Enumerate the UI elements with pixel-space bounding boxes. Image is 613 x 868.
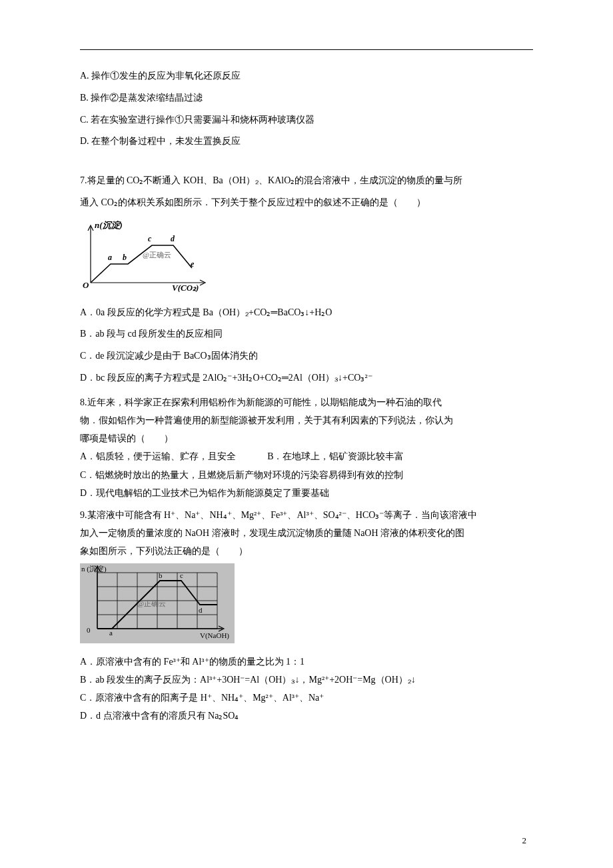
svg-text:d: d	[199, 606, 203, 614]
q8-options-ab: A．铝质轻，便于运输、贮存，且安全 B．在地球上，铝矿资源比较丰富	[80, 448, 533, 465]
svg-text:a: a	[109, 629, 113, 637]
q6-option-a: A. 操作①发生的反应为非氧化还原反应	[80, 66, 533, 87]
svg-text:0: 0	[87, 626, 91, 634]
q9-fig-watermark: @正确云	[137, 599, 166, 607]
svg-text:b: b	[159, 571, 163, 579]
svg-text:O: O	[83, 280, 89, 290]
q8-option-b: B．在地球上，铝矿资源比较丰富	[267, 451, 404, 461]
svg-text:c: c	[148, 234, 152, 243]
q9-figure: 0 a b c d n (沉淀) V(NaOH) @正确云	[80, 563, 235, 643]
q8-option-c: C．铝燃烧时放出的热量大，且燃烧后新产物对环境的污染容易得到有效的控制	[80, 467, 533, 483]
q9-stem-line2: 加入一定物质的量浓度的 NaOH 溶液时，发现生成沉淀物质的量随 NaOH 溶液…	[80, 525, 533, 541]
q8-stem-line2: 物．假如铝作为一种普遍使用的新型能源被开发利用，关于其有利因素的下列说法，你认为	[80, 412, 533, 429]
q9-option-d: D．d 点溶液中含有的溶质只有 Na₂SO₄	[80, 707, 533, 724]
q9-stem-line1: 9.某溶液中可能含有 H⁺、Na⁺、NH₄⁺、Mg²⁺、Fe³⁺、Al³⁺、SO…	[80, 507, 533, 523]
q7-option-c: C．de 段沉淀减少是由于 BaCO₃固体消失的	[80, 346, 533, 367]
q6-option-d: D. 在整个制备过程中，未发生置换反应	[80, 131, 533, 152]
svg-text:a: a	[108, 253, 112, 262]
q6-option-c: C. 若在实验室进行操作①只需要漏斗和烧杯两种玻璃仪器	[80, 110, 533, 131]
q9-option-a: A．原溶液中含有的 Fe³⁺和 Al³⁺的物质的量之比为 1：1	[80, 653, 533, 670]
q8-option-d: D．现代电解铝的工业技术已为铝作为新能源奠定了重要基础	[80, 485, 533, 501]
q7-fig-watermark: @正确云	[143, 251, 171, 259]
svg-text:c: c	[180, 571, 183, 579]
q7-option-a: A．0a 段反应的化学方程式是 Ba（OH）₂+CO₂═BaCO₃↓+H₂O	[80, 303, 533, 323]
q7-fig-xlabel: V(CO₂)	[172, 283, 199, 292]
q9-fig-xlabel: V(NaOH)	[200, 631, 229, 640]
q8-option-a: A．铝质轻，便于运输、贮存，且安全	[80, 451, 236, 461]
top-rule	[80, 49, 533, 50]
svg-text:b: b	[123, 253, 127, 262]
q7-stem-line2: 通入 CO₂的体积关系如图所示．下列关于整个反应过程中的叙述不正确的是（ ）	[80, 193, 533, 213]
q9-stem-line3: 象如图所示，下列说法正确的是（ ）	[80, 543, 533, 559]
svg-text:e: e	[191, 259, 195, 269]
q8-stem-line1: 8.近年来，科学家正在探索利用铝粉作为新能源的可能性，以期铝能成为一种石油的取代	[80, 394, 533, 411]
q9-option-b: B．ab 段发生的离子反应为：Al³⁺+3OH⁻=Al（OH）₃↓，Mg²⁺+2…	[80, 671, 533, 688]
q7-stem-line1: 7.将足量的 CO₂不断通入 KOH、Ba（OH）₂、KAlO₂的混合溶液中，生…	[80, 171, 533, 191]
q8-stem-line3: 哪项是错误的（ ）	[80, 430, 533, 447]
q7-fig-ylabel: n(沉淀)	[95, 220, 123, 230]
q6-option-b: B. 操作②是蒸发浓缩结晶过滤	[80, 88, 533, 109]
q7-figure: a b c d e n(沉淀) @正确云 O V(CO₂)	[80, 219, 220, 300]
svg-text:d: d	[171, 234, 175, 243]
q7-option-d: D．bc 段反应的离子方程式是 2AlO₂⁻+3H₂O+CO₂═2Al（OH）₃…	[80, 368, 533, 389]
q9-fig-ylabel: n (沉淀)	[81, 565, 107, 573]
page-number: 2	[522, 831, 527, 851]
q7-option-b: B．ab 段与 cd 段所发生的反应相同	[80, 324, 533, 345]
q9-option-c: C．原溶液中含有的阳离子是 H⁺、NH₄⁺、Mg²⁺、Al³⁺、Na⁺	[80, 689, 533, 706]
